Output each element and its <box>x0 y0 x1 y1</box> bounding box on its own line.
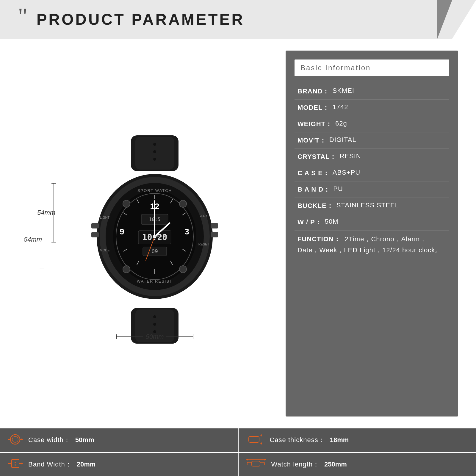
svg-text:LIGHT: LIGHT <box>100 216 110 219</box>
function-key: FUNCTION： <box>298 235 341 243</box>
svg-rect-37 <box>91 232 99 237</box>
height-label: 54mm <box>37 209 55 217</box>
svg-point-56 <box>12 436 18 442</box>
page-title: PRODUCT PARAMETER <box>37 10 245 28</box>
band-width-label: Band Width： <box>28 460 72 469</box>
main-content: 54mm <box>0 39 476 428</box>
model-key: MODEL： <box>298 103 329 112</box>
svg-point-53 <box>153 323 156 326</box>
watch-length-icon <box>246 457 267 472</box>
svg-text:RESET: RESET <box>198 242 209 246</box>
watch-panel: 54mm <box>18 51 274 416</box>
svg-point-48 <box>179 266 187 273</box>
svg-text:WATER RESIST: WATER RESIST <box>137 279 173 284</box>
wp-value: 50M <box>325 218 339 227</box>
case-thickness-label: Case thickness： <box>270 436 325 444</box>
crystal-value: RESIN <box>339 152 361 161</box>
weight-row: WEIGHT： 62g <box>295 116 449 132</box>
band-key: B A N D： <box>298 185 330 194</box>
header-dark-triangle <box>437 0 452 39</box>
svg-text:START: START <box>198 214 209 218</box>
band-row: B A N D： PU <box>295 181 449 198</box>
band-value: PU <box>333 185 343 194</box>
svg-marker-77 <box>246 459 248 461</box>
buckle-row: BUCKLE： STAINLESS STEEL <box>295 198 449 214</box>
function-value: 2Time，Chrono，Alarm， <box>345 235 427 243</box>
svg-point-46 <box>179 200 187 207</box>
movt-key: MOV'T： <box>298 136 326 145</box>
svg-point-45 <box>123 200 130 207</box>
crystal-row: CRYSTAL： RESIN <box>295 149 449 165</box>
svg-marker-72 <box>21 463 23 464</box>
case-thickness-icon <box>246 433 265 447</box>
case-width-value: 50mm <box>75 436 94 444</box>
movt-value: DIGITAL <box>329 136 356 145</box>
quote-mark-icon: " <box>18 4 28 28</box>
svg-rect-75 <box>260 462 264 465</box>
svg-marker-58 <box>8 439 9 440</box>
case-thickness-value: 18mm <box>330 436 349 444</box>
info-title-box: Basic Information <box>295 60 449 76</box>
movt-row: MOV'T： DIGITAL <box>295 132 449 149</box>
svg-point-67 <box>15 462 16 463</box>
svg-rect-61 <box>249 436 259 442</box>
case-width-label: Case width： <box>28 436 71 444</box>
svg-text:3: 3 <box>184 227 189 236</box>
case-thickness-spec: Case thickness： 18mm <box>239 428 476 452</box>
watch-length-label: Watch length： <box>271 460 320 469</box>
svg-marker-65 <box>260 443 262 445</box>
bottom-specs: Case width： 50mm Case thickness： 18mm <box>0 428 476 476</box>
info-panel: Basic Information BRAND： SKMEI MODEL： 17… <box>286 51 458 416</box>
svg-rect-34 <box>211 223 218 228</box>
svg-text:SKM-1742: SKM-1742 <box>153 234 167 238</box>
svg-rect-35 <box>211 232 218 237</box>
case-row: C A S E： ABS+PU <box>295 165 449 181</box>
width-dimension-label: 50mm <box>145 333 164 341</box>
band-width-spec: Band Width： 20mm <box>0 453 238 476</box>
model-value: 1742 <box>332 103 348 112</box>
height-dimension-label: 54mm <box>24 236 42 243</box>
wp-row: W / P： 50M <box>295 214 449 231</box>
info-title: Basic Information <box>300 64 371 72</box>
buckle-key: BUCKLE： <box>298 201 333 210</box>
model-row: MODEL： 1742 <box>295 100 449 116</box>
svg-point-49 <box>153 143 156 146</box>
weight-key: WEIGHT： <box>298 120 332 129</box>
function-row: FUNCTION： 2Time，Chrono，Alarm， Date，Week，… <box>295 231 449 259</box>
brand-value: SKMEI <box>332 87 354 96</box>
svg-point-51 <box>153 158 156 161</box>
svg-point-55 <box>10 435 20 444</box>
svg-marker-60 <box>21 439 23 440</box>
wp-key: W / P： <box>298 218 322 227</box>
watch-image: 10:5 10:20 09 <box>80 135 229 344</box>
svg-text:9: 9 <box>120 227 124 236</box>
band-width-value: 20mm <box>77 461 96 468</box>
svg-point-47 <box>123 266 130 273</box>
svg-point-68 <box>15 464 16 466</box>
header-triangle <box>452 0 476 39</box>
svg-marker-63 <box>260 434 262 436</box>
header: " PRODUCT PARAMETER <box>0 0 476 39</box>
svg-point-50 <box>153 150 156 153</box>
band-width-icon <box>7 457 24 472</box>
function-value-2: Date，Week，LED Light，12/24 hour clock。 <box>298 246 442 254</box>
svg-marker-78 <box>264 459 266 461</box>
case-key: C A S E： <box>298 169 330 178</box>
crystal-key: CRYSTAL： <box>298 152 336 161</box>
brand-row: BRAND： SKMEI <box>295 83 449 100</box>
svg-rect-36 <box>91 223 99 228</box>
svg-text:SPORT WATCH: SPORT WATCH <box>137 188 172 193</box>
svg-text:MODE: MODE <box>100 248 110 252</box>
watch-length-spec: Watch length： 250mm <box>239 453 476 476</box>
svg-point-52 <box>153 315 156 318</box>
brand-key: BRAND： <box>298 87 329 96</box>
svg-rect-74 <box>252 461 260 466</box>
svg-text:09: 09 <box>151 248 158 254</box>
case-width-icon <box>7 433 24 447</box>
case-value: ABS+PU <box>333 169 360 178</box>
weight-value: 62g <box>335 120 347 129</box>
svg-rect-66 <box>12 459 19 468</box>
svg-rect-73 <box>247 462 252 465</box>
svg-marker-70 <box>8 463 9 464</box>
buckle-value: STAINLESS STEEL <box>336 201 399 210</box>
